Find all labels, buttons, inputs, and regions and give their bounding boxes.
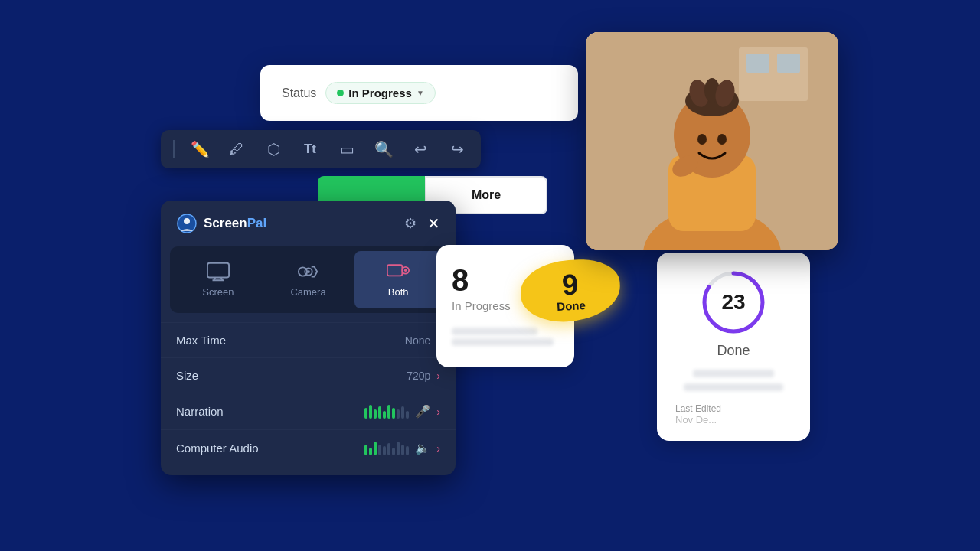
mode-both[interactable]: Both xyxy=(354,251,442,308)
done-badge-count: 9 xyxy=(561,269,579,299)
size-value: 720p xyxy=(407,370,430,382)
screen-icon xyxy=(207,262,230,282)
audio-bars xyxy=(364,442,409,455)
eraser-icon[interactable]: ⬡ xyxy=(262,138,285,161)
done-circle-count: 23 xyxy=(721,290,745,315)
logo-text: ScreenPal xyxy=(204,216,266,231)
computer-audio-value-area: 🔈 › xyxy=(364,441,440,455)
svg-rect-2 xyxy=(207,263,229,278)
pencil-icon[interactable]: ✏️ xyxy=(188,138,211,161)
status-text: In Progress xyxy=(348,86,412,99)
abar1 xyxy=(364,445,368,455)
circle-container: 23 xyxy=(699,268,768,337)
camera-label: Camera xyxy=(290,286,325,298)
svg-point-1 xyxy=(184,218,190,224)
status-dot xyxy=(337,90,344,96)
settings-rows: Max Time None › Size 720p › Narration xyxy=(161,322,456,475)
zoom-icon[interactable]: 🔍 xyxy=(372,138,395,161)
screen-label: Screen xyxy=(202,286,234,298)
camera-icon xyxy=(297,262,320,282)
abar6 xyxy=(387,443,390,455)
last-edited-label: Last Edited xyxy=(675,403,721,414)
mode-selector: Screen Camera Both xyxy=(170,246,446,313)
svg-point-11 xyxy=(404,269,407,272)
settings-icon[interactable]: ⚙ xyxy=(404,215,416,232)
bar9 xyxy=(401,406,404,419)
bar10 xyxy=(406,411,409,419)
bar6 xyxy=(387,405,390,419)
narration-bars xyxy=(364,405,409,419)
video-feed xyxy=(586,32,838,250)
blurred-row1 xyxy=(452,328,537,335)
computer-audio-chevron: › xyxy=(436,442,440,455)
blurred-circle-row1 xyxy=(693,370,774,377)
redo-icon[interactable]: ↪ xyxy=(446,138,469,161)
bar4 xyxy=(378,406,381,419)
computer-audio-row[interactable]: Computer Audio 🔈 › xyxy=(161,429,456,466)
max-time-value-area: None › xyxy=(405,334,440,347)
done-circle-label: Done xyxy=(717,343,750,359)
speaker-icon: 🔈 xyxy=(415,441,430,455)
bar2 xyxy=(369,405,372,419)
screenpal-logo-icon xyxy=(176,213,198,234)
abar5 xyxy=(383,446,386,455)
bar8 xyxy=(397,409,400,419)
abar2 xyxy=(369,448,372,455)
max-time-label: Max Time xyxy=(176,334,226,347)
narration-row[interactable]: Narration 🎤 › xyxy=(161,393,456,429)
recorder-panel: ScreenPal ⚙ ✕ Screen xyxy=(161,201,456,475)
size-chevron: › xyxy=(436,370,440,382)
abar4 xyxy=(378,445,381,455)
video-inner xyxy=(586,32,838,250)
status-card: Status In Progress ▼ xyxy=(260,65,578,121)
blurred-circle-row2 xyxy=(684,383,782,391)
abar7 xyxy=(392,448,395,455)
toolbar: ✏️ 🖊 ⬡ Tt ▭ 🔍 ↩ ↪ xyxy=(161,130,481,168)
highlight-icon[interactable]: 🖊 xyxy=(225,138,248,161)
abar3 xyxy=(374,442,377,455)
bar5 xyxy=(383,411,386,419)
abar10 xyxy=(406,446,409,455)
done-circle-card: 23 Done Last Edited Nov De... xyxy=(657,253,810,441)
status-badge[interactable]: In Progress ▼ xyxy=(325,82,435,104)
svg-rect-17 xyxy=(777,54,800,73)
rectangle-icon[interactable]: ▭ xyxy=(335,138,358,161)
mode-screen[interactable]: Screen xyxy=(175,251,262,308)
undo-icon[interactable]: ↩ xyxy=(409,138,432,161)
both-icon xyxy=(387,262,410,282)
narration-chevron: › xyxy=(436,406,440,418)
recorder-logo: ScreenPal xyxy=(176,213,266,234)
mode-camera[interactable]: Camera xyxy=(265,251,352,308)
bar3 xyxy=(374,409,377,419)
done-badge-label: Done xyxy=(557,298,586,313)
both-label: Both xyxy=(388,286,409,298)
last-edited-value: Nov De... xyxy=(675,414,717,425)
toolbar-divider xyxy=(173,140,175,158)
chevron-down-icon: ▼ xyxy=(416,89,424,97)
status-label: Status xyxy=(282,86,316,100)
recorder-header: ScreenPal ⚙ ✕ xyxy=(161,201,456,246)
abar8 xyxy=(397,442,400,455)
svg-point-8 xyxy=(298,267,306,276)
abar9 xyxy=(401,445,404,455)
svg-rect-16 xyxy=(746,54,769,73)
computer-audio-label: Computer Audio xyxy=(176,442,259,455)
svg-point-26 xyxy=(717,134,727,145)
svg-point-25 xyxy=(697,134,707,145)
max-time-row[interactable]: Max Time None › xyxy=(161,322,456,357)
bar1 xyxy=(364,408,368,419)
narration-value-area: 🎤 › xyxy=(364,404,440,419)
mic-icon: 🎤 xyxy=(415,404,430,419)
narration-label: Narration xyxy=(176,405,224,418)
header-icons: ⚙ ✕ xyxy=(404,214,440,233)
blurred-row2 xyxy=(452,338,554,346)
size-row[interactable]: Size 720p › xyxy=(161,357,456,393)
close-icon[interactable]: ✕ xyxy=(427,214,440,233)
bar7 xyxy=(392,408,395,419)
size-label: Size xyxy=(176,369,198,382)
text-icon[interactable]: Tt xyxy=(299,138,322,161)
person-svg xyxy=(586,32,838,250)
size-value-area: 720p › xyxy=(407,370,440,382)
svg-rect-9 xyxy=(387,265,402,276)
max-time-value: None xyxy=(405,334,430,347)
